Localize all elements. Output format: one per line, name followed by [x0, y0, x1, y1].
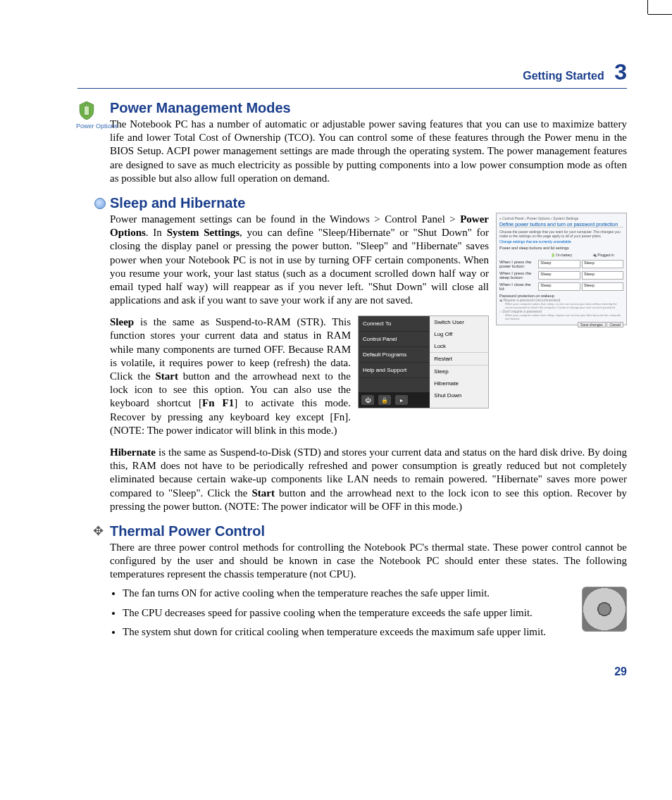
text: Power management settings can be found i…: [110, 213, 460, 225]
po-drop: Sleep: [582, 260, 623, 268]
arrow-right-icon: ▸: [395, 395, 408, 405]
po-breadcrumb: « Control Panel › Power Options › System…: [499, 216, 623, 220]
po-drop: Sleep: [538, 260, 580, 268]
text: , you can define "Sleep/Hibernate" or "S…: [110, 227, 489, 306]
page-number: 29: [614, 665, 627, 678]
power-options-caption: Power Options: [76, 123, 118, 130]
text-bold: Sleep: [110, 316, 134, 327]
po-title: Define power buttons and turn on passwor…: [499, 222, 623, 227]
start-item-connect-to: Connect To: [359, 316, 430, 332]
paragraph-power-management: The Notebook PC has a number of automati…: [110, 118, 627, 185]
start-item-help: Help and Support: [359, 363, 430, 378]
po-drop: Sleep: [538, 271, 580, 280]
screenshot-power-options: « Control Panel › Power Options › System…: [496, 213, 627, 325]
po-link: Change settings that are currently unava…: [499, 239, 623, 244]
heading-power-management: Power Management Modes: [110, 100, 627, 116]
po-btn-save: Save changes: [578, 322, 606, 327]
crop-mark-horizontal: [648, 14, 672, 15]
start-item-switch-user: Switch User: [430, 316, 488, 328]
text-bold: Fn F1: [202, 397, 234, 408]
section-power-management: Power Options Power Management Modes The…: [110, 100, 627, 185]
lock-icon: 🔒: [378, 395, 391, 405]
crop-mark-vertical: [647, 0, 648, 14]
text: . In: [146, 227, 167, 238]
list-item: The fan turns ON for active cooling when…: [123, 587, 627, 600]
svg-rect-1: [86, 104, 88, 106]
start-item-hibernate: Hibernate: [430, 377, 488, 389]
po-opt2-desc: When your computer wakes from sleep, any…: [505, 313, 623, 320]
text-bold: Start: [251, 487, 275, 499]
po-opt1-desc: When your computer wakes from sleep, no …: [505, 302, 623, 309]
po-section-label: Power and sleep buttons and lid settings: [499, 246, 623, 250]
text-bold: Start: [155, 370, 178, 382]
po-drop: Sleep: [538, 282, 580, 291]
power-icon: ⏻: [361, 395, 374, 405]
thermal-bullets: The fan turns ON for active cooling when…: [110, 587, 627, 639]
thermal-icon-slot: ✥: [93, 525, 104, 538]
text-bold: Hibernate: [110, 446, 156, 458]
fan-image: [582, 587, 627, 632]
heading-sleep-hibernate: Sleep and Hibernate: [110, 195, 627, 211]
start-item-default-programs: Default Programs: [359, 347, 430, 363]
section-thermal: ✥ Thermal Power Control There are three …: [110, 523, 627, 644]
svg-rect-0: [84, 106, 89, 115]
chapter-header: Getting Started 3: [77, 59, 627, 85]
header-rule: [77, 88, 627, 89]
chapter-title: Getting Started: [523, 70, 604, 82]
start-item-shut-down: Shut Down: [430, 389, 488, 401]
start-item-restart: Restart: [430, 352, 488, 365]
start-item-control-panel: Control Panel: [359, 332, 430, 347]
po-drop: Sleep: [582, 282, 623, 291]
text-bold: System Settings: [167, 227, 239, 238]
start-item-sleep: Sleep: [430, 365, 488, 377]
battery-shield-icon: [76, 100, 97, 121]
list-item: The system shut down for critical coolin…: [123, 625, 627, 639]
po-subtitle: Choose the power settings that you want …: [499, 230, 623, 238]
start-item-lock: Lock: [430, 340, 488, 352]
moon-sleep-icon: [94, 198, 106, 209]
section-sleep-hibernate: Sleep and Hibernate « Control Panel › Po…: [110, 195, 627, 513]
po-row-sleep-btn: When I press the sleep button:: [499, 271, 537, 280]
po-col-plugged: Plugged in: [597, 253, 614, 257]
page-content: Getting Started 3 Power Options Power Ma…: [77, 59, 627, 654]
start-item-log-off: Log Off: [430, 328, 488, 340]
power-options-badge: Power Options: [76, 100, 118, 130]
paragraph-thermal: There are three power control methods fo…: [110, 541, 627, 582]
po-col-battery: On battery: [556, 253, 572, 257]
po-row-power-btn: When I press the power button:: [499, 260, 537, 268]
chapter-number: 3: [614, 59, 627, 85]
list-item: The CPU decreases speed for passive cool…: [123, 606, 627, 620]
po-btn-cancel: Cancel: [606, 322, 623, 327]
sleep-icon-slot: [94, 198, 106, 211]
arrows-expand-icon: ✥: [93, 524, 104, 538]
heading-thermal: Thermal Power Control: [110, 523, 627, 539]
screenshot-start-menu: Connect To Control Panel Default Program…: [358, 315, 489, 408]
paragraph-hibernate: Hibernate is the same as Suspend-to-Disk…: [110, 446, 627, 513]
po-row-lid: When I close the lid:: [499, 282, 537, 291]
po-drop: Sleep: [582, 271, 623, 280]
